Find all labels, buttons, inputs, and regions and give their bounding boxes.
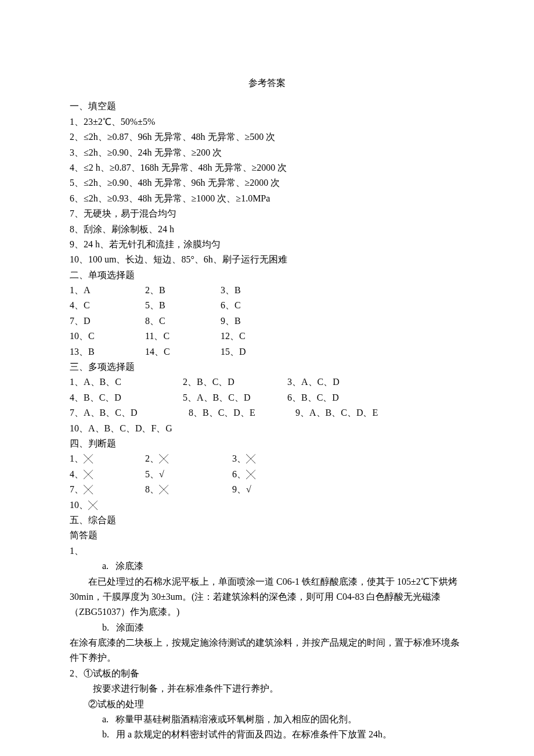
choice-cell: 8、B、C、D、E bbox=[189, 405, 293, 420]
section-multi-choice: 三、多项选择题 1、A、B、C2、B、C、D3、A、C、D 4、B、C、D5、A… bbox=[70, 359, 464, 436]
section-single-choice: 二、单项选择题 1、A2、B3、B 4、C5、B6、C 7、D8、C9、B 10… bbox=[70, 268, 464, 359]
tf-cell: 6、╳ bbox=[232, 469, 255, 479]
tf-row: 1、╳2、╳3、╳ bbox=[70, 451, 464, 466]
choice-cell: 7、A、B、C、D bbox=[70, 405, 189, 420]
page-title: 参考答案 bbox=[70, 75, 464, 91]
tf-cell: 2、╳ bbox=[145, 451, 232, 466]
choice-row: 1、A2、B3、B bbox=[70, 283, 464, 298]
choice-cell: 14、C bbox=[145, 344, 221, 359]
choice-cell: 11、C bbox=[145, 329, 221, 344]
fill-item: 9、24 h、若无针孔和流挂，涂膜均匀 bbox=[70, 237, 464, 252]
fill-item: 10、100 um、长边、短边、85°、6h、刷子运行无困难 bbox=[70, 252, 464, 267]
choice-row: 13、B14、C15、D bbox=[70, 344, 464, 359]
q1-a-text: 在已处理过的石棉水泥平板上，单面喷涂一道 C06-1 铁红醇酸底漆，使其于 10… bbox=[70, 574, 464, 620]
q2-line1: 2、①试板的制备 bbox=[70, 666, 464, 681]
section-heading: 五、综合题 bbox=[70, 513, 464, 528]
choice-cell: 7、D bbox=[70, 314, 145, 329]
q2-line3: ②试板的处理 bbox=[70, 697, 464, 712]
q1-b-label: b. 涂面漆 bbox=[70, 620, 464, 635]
choice-row: 4、B、C、D5、A、B、C、D6、B、C、D bbox=[70, 390, 464, 405]
choice-cell: 15、D bbox=[221, 347, 246, 357]
choice-cell: 1、A、B、C bbox=[70, 375, 183, 390]
tf-cell: 9、√ bbox=[232, 484, 251, 494]
choice-cell: 13、B bbox=[70, 344, 145, 359]
choice-row: 7、D8、C9、B bbox=[70, 314, 464, 329]
q2-line2: 按要求进行制备，并在标准条件下进行养护。 bbox=[70, 681, 464, 696]
tf-cell: 7、╳ bbox=[70, 482, 145, 497]
choice-cell: 3、B bbox=[221, 285, 241, 295]
section-heading: 一、填空题 bbox=[70, 99, 464, 114]
tf-cell: 8、╳ bbox=[145, 482, 232, 497]
q2-a: a. 称量甲基硅树脂酒精溶液或环氧树脂，加入相应的固化剂。 bbox=[70, 712, 464, 727]
fill-item: 2、≤2h、≥0.87、96h 无异常、48h 无异常、≥500 次 bbox=[70, 129, 464, 145]
choice-cell: 5、B bbox=[145, 298, 221, 313]
choice-cell: 10、A、B、C、D、F、G bbox=[70, 423, 172, 433]
choice-cell: 4、C bbox=[70, 298, 145, 313]
tf-cell: 1、╳ bbox=[70, 451, 145, 466]
tf-cell: 3、╳ bbox=[232, 453, 255, 463]
section-true-false: 四、判断题 1、╳2、╳3、╳ 4、╳5、√6、╳ 7、╳8、╳9、√ 10、╳ bbox=[70, 436, 464, 513]
choice-cell: 1、A bbox=[70, 283, 145, 298]
section-subheading: 简答题 bbox=[70, 528, 464, 543]
tf-cell: 4、╳ bbox=[70, 467, 145, 482]
choice-row: 10、C11、C12、C bbox=[70, 329, 464, 344]
tf-row: 4、╳5、√6、╳ bbox=[70, 467, 464, 482]
fill-item: 8、刮涂、刷涂制板、24 h bbox=[70, 222, 464, 237]
choice-cell: 2、B bbox=[145, 283, 221, 298]
tf-cell: 5、√ bbox=[145, 467, 232, 482]
tf-cell: 10、╳ bbox=[70, 500, 98, 510]
choice-cell: 2、B、C、D bbox=[183, 375, 287, 390]
section-heading: 四、判断题 bbox=[70, 436, 464, 451]
section-heading: 二、单项选择题 bbox=[70, 268, 464, 283]
q1-b-text: 在涂有底漆的二块板上，按规定施涂待测试的建筑涂料，并按产品规定的时间，置于标准环… bbox=[70, 635, 464, 666]
choice-cell: 4、B、C、D bbox=[70, 390, 183, 405]
q-label: 1、 bbox=[70, 543, 464, 559]
q2-b: b. 用 a 款规定的材料密封试件的背面及四边。在标准条件下放置 24h。 bbox=[70, 727, 464, 742]
choice-cell: 3、A、C、D bbox=[287, 377, 340, 387]
fill-item: 7、无硬块，易于混合均匀 bbox=[70, 206, 464, 221]
choice-row: 10、A、B、C、D、F、G bbox=[70, 421, 464, 436]
choice-cell: 9、B bbox=[221, 316, 241, 326]
choice-cell: 8、C bbox=[145, 314, 221, 329]
choice-cell: 10、C bbox=[70, 329, 145, 344]
fill-item: 3、≤2h、≥0.90、24h 无异常、≥200 次 bbox=[70, 145, 464, 160]
section-comprehensive: 五、综合题 简答题 1、 a. 涂底漆 在已处理过的石棉水泥平板上，单面喷涂一道… bbox=[70, 513, 464, 743]
choice-cell: 9、A、B、C、D、E bbox=[293, 408, 378, 417]
fill-item: 1、23±2℃、50%±5% bbox=[70, 114, 464, 129]
choice-cell: 12、C bbox=[221, 331, 246, 341]
choice-row: 1、A、B、C2、B、C、D3、A、C、D bbox=[70, 375, 464, 390]
fill-item: 5、≤2h、≥0.90、48h 无异常、96h 无异常、≥2000 次 bbox=[70, 175, 464, 190]
section-fill-blank: 一、填空题 1、23±2℃、50%±5% 2、≤2h、≥0.87、96h 无异常… bbox=[70, 99, 464, 267]
choice-row: 4、C5、B6、C bbox=[70, 298, 464, 313]
fill-item: 4、≤2 h、≥0.87、168h 无异常、48h 无异常、≥2000 次 bbox=[70, 160, 464, 175]
choice-row: 7、A、B、C、D8、B、C、D、E 9、A、B、C、D、E bbox=[70, 405, 464, 420]
tf-row: 10、╳ bbox=[70, 498, 464, 513]
choice-cell: 6、B、C、D bbox=[287, 393, 339, 402]
q1-a-label: a. 涂底漆 bbox=[70, 559, 464, 574]
choice-cell: 6、C bbox=[221, 300, 241, 310]
fill-item: 6、≤2h、≥0.93、48h 无异常、≥1000 次、≥1.0MPa bbox=[70, 191, 464, 206]
tf-row: 7、╳8、╳9、√ bbox=[70, 482, 464, 497]
choice-cell: 5、A、B、C、D bbox=[183, 390, 287, 405]
section-heading: 三、多项选择题 bbox=[70, 359, 464, 375]
